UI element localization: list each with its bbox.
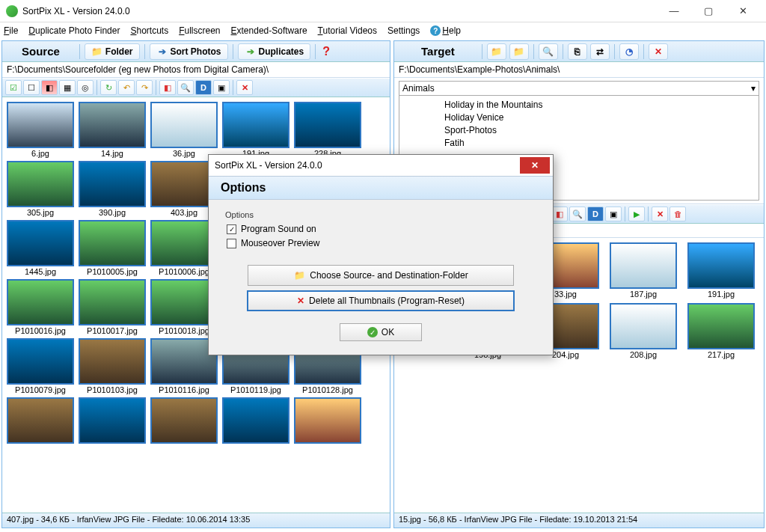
preview-label: Mouseover Preview bbox=[241, 238, 319, 248]
t-trash[interactable]: 🗑 bbox=[670, 207, 686, 221]
check-all-button[interactable]: ☑ bbox=[5, 80, 22, 95]
thumbnail-label: P1010119.jpg bbox=[221, 385, 291, 394]
thumbnail-image bbox=[610, 242, 677, 289]
t-d[interactable]: D bbox=[587, 207, 604, 221]
thumbnail[interactable]: 217.jpg bbox=[686, 303, 756, 359]
ok-icon: ✓ bbox=[367, 327, 378, 337]
target-title: Target bbox=[421, 45, 455, 58]
delete-button[interactable]: ✕ bbox=[236, 80, 253, 95]
thumbnail-label: 191.jpg bbox=[686, 290, 756, 299]
target-delete-button[interactable]: ✕ bbox=[649, 43, 668, 60]
preview-checkbox-row[interactable]: Mouseover Preview bbox=[227, 238, 536, 248]
thumbnail[interactable]: 191.jpg bbox=[221, 102, 291, 158]
thumbnail[interactable] bbox=[149, 397, 219, 444]
thumbnail[interactable]: 191.jpg bbox=[686, 242, 756, 299]
t-zoom[interactable]: 🔍 bbox=[569, 207, 586, 221]
menubar: File Duplicate Photo Finder Shortcuts Fu… bbox=[0, 22, 766, 39]
thumbnail-image bbox=[150, 397, 218, 444]
tree-item[interactable]: Sport-Photos bbox=[444, 124, 714, 137]
thumbnail[interactable]: 390.jpg bbox=[77, 161, 147, 217]
thumbnail[interactable] bbox=[5, 397, 76, 444]
source-header: Source 📁Folder ➔Sort Photos ➔Duplicates … bbox=[2, 41, 390, 62]
thumbnail-image bbox=[7, 338, 74, 385]
thumbnail[interactable]: 14.jpg bbox=[77, 102, 147, 158]
stats-button[interactable]: ◔ bbox=[619, 43, 639, 60]
thumbnail-image bbox=[7, 397, 74, 444]
rotate-right-button[interactable]: ↷ bbox=[136, 80, 153, 95]
minimize-button[interactable]: — bbox=[657, 0, 691, 22]
target-zoom-button[interactable]: 🔍 bbox=[539, 43, 558, 60]
thumbnail[interactable]: 36.jpg bbox=[149, 102, 219, 158]
thumbnail[interactable]: P1010017.jpg bbox=[77, 279, 147, 335]
help-button[interactable]: ? bbox=[320, 46, 332, 58]
folder-button[interactable]: 📁Folder bbox=[85, 43, 140, 60]
thumbnail[interactable]: 305.jpg bbox=[5, 161, 76, 217]
preview-checkbox[interactable] bbox=[227, 239, 236, 248]
thumbnail[interactable]: P1010079.jpg bbox=[5, 338, 76, 394]
filter-button[interactable]: ◧ bbox=[159, 80, 176, 95]
rotate-left-button[interactable]: ↶ bbox=[118, 80, 135, 95]
slideshow-button[interactable]: ▣ bbox=[213, 80, 230, 95]
t-play[interactable]: ▶ bbox=[628, 207, 645, 221]
new-folder-button[interactable]: 📁 bbox=[487, 43, 506, 60]
tree-item[interactable]: Holiday in the Mountains bbox=[444, 99, 714, 111]
thumbnail[interactable]: 187.jpg bbox=[608, 242, 678, 299]
thumbnail[interactable] bbox=[292, 397, 363, 444]
t-filter[interactable]: ◧ bbox=[551, 207, 568, 221]
menu-shortcuts[interactable]: Shortcuts bbox=[130, 25, 168, 36]
dialog-titlebar[interactable]: SortPix XL - Version 24.0.0 ✕ bbox=[209, 155, 553, 176]
swap-button[interactable]: ⇄ bbox=[590, 43, 610, 60]
thumbnail[interactable]: 6.jpg bbox=[5, 102, 76, 158]
source-status: 407.jpg - 34,6 КБ - IrfanView JPG File -… bbox=[2, 513, 390, 528]
list-view-button[interactable]: ▦ bbox=[59, 80, 76, 95]
t-delete[interactable]: ✕ bbox=[652, 207, 668, 221]
invert-button[interactable]: ◧ bbox=[41, 80, 58, 95]
ok-button[interactable]: ✓ OK bbox=[340, 323, 422, 341]
tree-item[interactable]: Holiday Venice bbox=[444, 111, 714, 124]
thumbnail-label: P1010128.jpg bbox=[292, 385, 363, 394]
menu-extended[interactable]: Extended-Software bbox=[231, 25, 307, 36]
thumbnail-image bbox=[79, 220, 146, 266]
sound-checkbox[interactable]: ✓ bbox=[227, 224, 236, 234]
menu-file[interactable]: File bbox=[4, 25, 18, 36]
refresh-button[interactable]: ↻ bbox=[100, 80, 117, 95]
delete-folder-button[interactable]: 📁 bbox=[509, 43, 529, 60]
sort-photos-button[interactable]: ➔Sort Photos bbox=[150, 43, 228, 60]
target-path: F:\Documents\Example-Photos\Animals\ bbox=[394, 62, 764, 78]
folder-select[interactable]: Animals▾ bbox=[399, 81, 759, 96]
thumbnail[interactable] bbox=[221, 397, 291, 444]
close-button[interactable]: ✕ bbox=[726, 0, 760, 22]
uncheck-all-button[interactable]: ☐ bbox=[23, 80, 40, 95]
dialog-close-button[interactable]: ✕ bbox=[520, 157, 550, 174]
zoom-button[interactable]: 🔍 bbox=[177, 80, 194, 95]
settings-tb-button[interactable]: ◎ bbox=[77, 80, 94, 95]
tree-item[interactable]: Fatih bbox=[444, 137, 714, 150]
thumbnail-image bbox=[79, 279, 146, 325]
thumbnail[interactable]: P1010103.jpg bbox=[77, 338, 147, 394]
help-icon: ? bbox=[430, 25, 441, 36]
thumbnail[interactable]: 1445.jpg bbox=[5, 220, 76, 276]
thumbnail[interactable]: 208.jpg bbox=[608, 303, 678, 359]
thumbnail[interactable]: P1010005.jpg bbox=[77, 220, 147, 276]
maximize-button[interactable]: ▢ bbox=[691, 0, 726, 22]
thumbnail[interactable]: P1010016.jpg bbox=[5, 279, 76, 335]
menu-duplicate[interactable]: Duplicate Photo Finder bbox=[28, 25, 120, 36]
thumbnail[interactable] bbox=[77, 397, 147, 444]
copy-button[interactable]: ⎘ bbox=[568, 43, 587, 60]
d-button[interactable]: D bbox=[195, 80, 212, 95]
thumbnail-image bbox=[687, 242, 755, 289]
t-slide[interactable]: ▣ bbox=[605, 207, 622, 221]
thumbnail-label: 187.jpg bbox=[608, 290, 678, 299]
thumbnail-label: 14.jpg bbox=[77, 149, 147, 158]
sound-checkbox-row[interactable]: ✓ Program Sound on bbox=[227, 224, 536, 234]
duplicates-button[interactable]: ➔Duplicates bbox=[238, 43, 311, 60]
delete-thumbnails-button[interactable]: ✕ Delete all Thumbnails (Program-Reset) bbox=[248, 291, 514, 311]
thumbnail-image bbox=[294, 102, 361, 148]
menu-settings[interactable]: Settings bbox=[387, 25, 420, 36]
choose-folder-button[interactable]: 📁 Choose Source- and Destination-Folder bbox=[248, 265, 514, 286]
menu-tutorial[interactable]: Tutorial Videos bbox=[318, 25, 377, 36]
thumbnail-label: 217.jpg bbox=[686, 350, 756, 359]
thumbnail[interactable]: 228.jpg bbox=[292, 102, 363, 158]
menu-fullscreen[interactable]: Fullscreen bbox=[179, 25, 220, 36]
menu-help[interactable]: ?Help bbox=[430, 25, 461, 37]
